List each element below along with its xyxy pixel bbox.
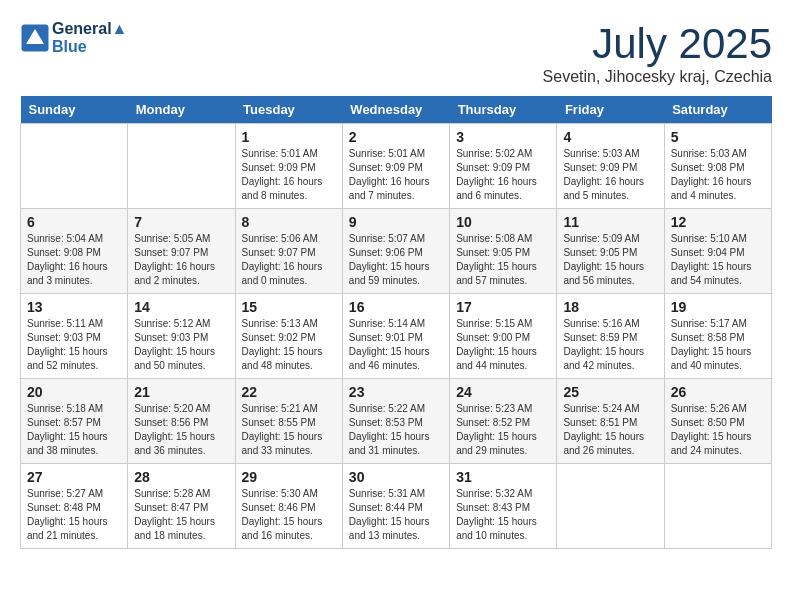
day-number: 4 (563, 129, 657, 145)
calendar-week-5: 27Sunrise: 5:27 AM Sunset: 8:48 PM Dayli… (21, 464, 772, 549)
calendar-week-1: 1Sunrise: 5:01 AM Sunset: 9:09 PM Daylig… (21, 124, 772, 209)
day-number: 29 (242, 469, 336, 485)
day-number: 18 (563, 299, 657, 315)
day-number: 3 (456, 129, 550, 145)
calendar-cell: 19Sunrise: 5:17 AM Sunset: 8:58 PM Dayli… (664, 294, 771, 379)
day-number: 13 (27, 299, 121, 315)
calendar-cell: 24Sunrise: 5:23 AM Sunset: 8:52 PM Dayli… (450, 379, 557, 464)
day-info: Sunrise: 5:12 AM Sunset: 9:03 PM Dayligh… (134, 317, 228, 373)
day-info: Sunrise: 5:22 AM Sunset: 8:53 PM Dayligh… (349, 402, 443, 458)
day-info: Sunrise: 5:06 AM Sunset: 9:07 PM Dayligh… (242, 232, 336, 288)
day-info: Sunrise: 5:10 AM Sunset: 9:04 PM Dayligh… (671, 232, 765, 288)
calendar-cell: 1Sunrise: 5:01 AM Sunset: 9:09 PM Daylig… (235, 124, 342, 209)
month-title: July 2025 (543, 20, 772, 68)
calendar-cell (664, 464, 771, 549)
page-header: General▲ Blue July 2025 Sevetin, Jihoces… (20, 20, 772, 86)
day-number: 25 (563, 384, 657, 400)
logo: General▲ Blue (20, 20, 127, 56)
day-number: 1 (242, 129, 336, 145)
calendar-cell: 16Sunrise: 5:14 AM Sunset: 9:01 PM Dayli… (342, 294, 449, 379)
day-info: Sunrise: 5:07 AM Sunset: 9:06 PM Dayligh… (349, 232, 443, 288)
calendar-cell (557, 464, 664, 549)
day-number: 28 (134, 469, 228, 485)
day-info: Sunrise: 5:27 AM Sunset: 8:48 PM Dayligh… (27, 487, 121, 543)
day-info: Sunrise: 5:03 AM Sunset: 9:08 PM Dayligh… (671, 147, 765, 203)
day-number: 19 (671, 299, 765, 315)
day-number: 11 (563, 214, 657, 230)
day-number: 17 (456, 299, 550, 315)
day-number: 30 (349, 469, 443, 485)
day-number: 20 (27, 384, 121, 400)
calendar-cell: 17Sunrise: 5:15 AM Sunset: 9:00 PM Dayli… (450, 294, 557, 379)
weekday-header-tuesday: Tuesday (235, 96, 342, 124)
day-info: Sunrise: 5:08 AM Sunset: 9:05 PM Dayligh… (456, 232, 550, 288)
calendar-cell: 20Sunrise: 5:18 AM Sunset: 8:57 PM Dayli… (21, 379, 128, 464)
day-info: Sunrise: 5:17 AM Sunset: 8:58 PM Dayligh… (671, 317, 765, 373)
day-info: Sunrise: 5:14 AM Sunset: 9:01 PM Dayligh… (349, 317, 443, 373)
logo-name: General▲ (52, 20, 127, 38)
calendar-cell: 29Sunrise: 5:30 AM Sunset: 8:46 PM Dayli… (235, 464, 342, 549)
day-number: 5 (671, 129, 765, 145)
calendar-cell: 8Sunrise: 5:06 AM Sunset: 9:07 PM Daylig… (235, 209, 342, 294)
calendar-cell: 2Sunrise: 5:01 AM Sunset: 9:09 PM Daylig… (342, 124, 449, 209)
day-info: Sunrise: 5:03 AM Sunset: 9:09 PM Dayligh… (563, 147, 657, 203)
weekday-header-monday: Monday (128, 96, 235, 124)
calendar-table: SundayMondayTuesdayWednesdayThursdayFrid… (20, 96, 772, 549)
calendar-cell: 21Sunrise: 5:20 AM Sunset: 8:56 PM Dayli… (128, 379, 235, 464)
day-info: Sunrise: 5:21 AM Sunset: 8:55 PM Dayligh… (242, 402, 336, 458)
day-info: Sunrise: 5:31 AM Sunset: 8:44 PM Dayligh… (349, 487, 443, 543)
day-info: Sunrise: 5:13 AM Sunset: 9:02 PM Dayligh… (242, 317, 336, 373)
calendar-week-3: 13Sunrise: 5:11 AM Sunset: 9:03 PM Dayli… (21, 294, 772, 379)
calendar-cell: 11Sunrise: 5:09 AM Sunset: 9:05 PM Dayli… (557, 209, 664, 294)
calendar-cell: 30Sunrise: 5:31 AM Sunset: 8:44 PM Dayli… (342, 464, 449, 549)
calendar-cell: 14Sunrise: 5:12 AM Sunset: 9:03 PM Dayli… (128, 294, 235, 379)
title-block: July 2025 Sevetin, Jihocesky kraj, Czech… (543, 20, 772, 86)
calendar-cell: 25Sunrise: 5:24 AM Sunset: 8:51 PM Dayli… (557, 379, 664, 464)
calendar-week-2: 6Sunrise: 5:04 AM Sunset: 9:08 PM Daylig… (21, 209, 772, 294)
calendar-cell: 26Sunrise: 5:26 AM Sunset: 8:50 PM Dayli… (664, 379, 771, 464)
calendar-cell: 31Sunrise: 5:32 AM Sunset: 8:43 PM Dayli… (450, 464, 557, 549)
calendar-cell: 22Sunrise: 5:21 AM Sunset: 8:55 PM Dayli… (235, 379, 342, 464)
day-number: 21 (134, 384, 228, 400)
weekday-header-friday: Friday (557, 96, 664, 124)
weekday-header-sunday: Sunday (21, 96, 128, 124)
calendar-cell: 15Sunrise: 5:13 AM Sunset: 9:02 PM Dayli… (235, 294, 342, 379)
calendar-cell: 6Sunrise: 5:04 AM Sunset: 9:08 PM Daylig… (21, 209, 128, 294)
day-number: 26 (671, 384, 765, 400)
day-number: 7 (134, 214, 228, 230)
day-number: 6 (27, 214, 121, 230)
day-number: 23 (349, 384, 443, 400)
day-info: Sunrise: 5:30 AM Sunset: 8:46 PM Dayligh… (242, 487, 336, 543)
day-info: Sunrise: 5:20 AM Sunset: 8:56 PM Dayligh… (134, 402, 228, 458)
calendar-cell: 27Sunrise: 5:27 AM Sunset: 8:48 PM Dayli… (21, 464, 128, 549)
logo-sub: Blue (52, 38, 127, 56)
calendar-cell: 23Sunrise: 5:22 AM Sunset: 8:53 PM Dayli… (342, 379, 449, 464)
day-info: Sunrise: 5:16 AM Sunset: 8:59 PM Dayligh… (563, 317, 657, 373)
day-number: 22 (242, 384, 336, 400)
day-number: 27 (27, 469, 121, 485)
day-number: 14 (134, 299, 228, 315)
calendar-cell: 5Sunrise: 5:03 AM Sunset: 9:08 PM Daylig… (664, 124, 771, 209)
day-number: 31 (456, 469, 550, 485)
weekday-header-saturday: Saturday (664, 96, 771, 124)
day-info: Sunrise: 5:05 AM Sunset: 9:07 PM Dayligh… (134, 232, 228, 288)
day-info: Sunrise: 5:09 AM Sunset: 9:05 PM Dayligh… (563, 232, 657, 288)
day-info: Sunrise: 5:28 AM Sunset: 8:47 PM Dayligh… (134, 487, 228, 543)
calendar-cell: 28Sunrise: 5:28 AM Sunset: 8:47 PM Dayli… (128, 464, 235, 549)
calendar-cell: 13Sunrise: 5:11 AM Sunset: 9:03 PM Dayli… (21, 294, 128, 379)
day-info: Sunrise: 5:02 AM Sunset: 9:09 PM Dayligh… (456, 147, 550, 203)
weekday-header-wednesday: Wednesday (342, 96, 449, 124)
day-info: Sunrise: 5:24 AM Sunset: 8:51 PM Dayligh… (563, 402, 657, 458)
weekday-header-thursday: Thursday (450, 96, 557, 124)
calendar-cell: 7Sunrise: 5:05 AM Sunset: 9:07 PM Daylig… (128, 209, 235, 294)
calendar-week-4: 20Sunrise: 5:18 AM Sunset: 8:57 PM Dayli… (21, 379, 772, 464)
location-subtitle: Sevetin, Jihocesky kraj, Czechia (543, 68, 772, 86)
day-info: Sunrise: 5:26 AM Sunset: 8:50 PM Dayligh… (671, 402, 765, 458)
day-number: 2 (349, 129, 443, 145)
day-info: Sunrise: 5:01 AM Sunset: 9:09 PM Dayligh… (349, 147, 443, 203)
day-number: 16 (349, 299, 443, 315)
calendar-cell: 4Sunrise: 5:03 AM Sunset: 9:09 PM Daylig… (557, 124, 664, 209)
calendar-cell (128, 124, 235, 209)
day-info: Sunrise: 5:01 AM Sunset: 9:09 PM Dayligh… (242, 147, 336, 203)
logo-icon (20, 23, 50, 53)
